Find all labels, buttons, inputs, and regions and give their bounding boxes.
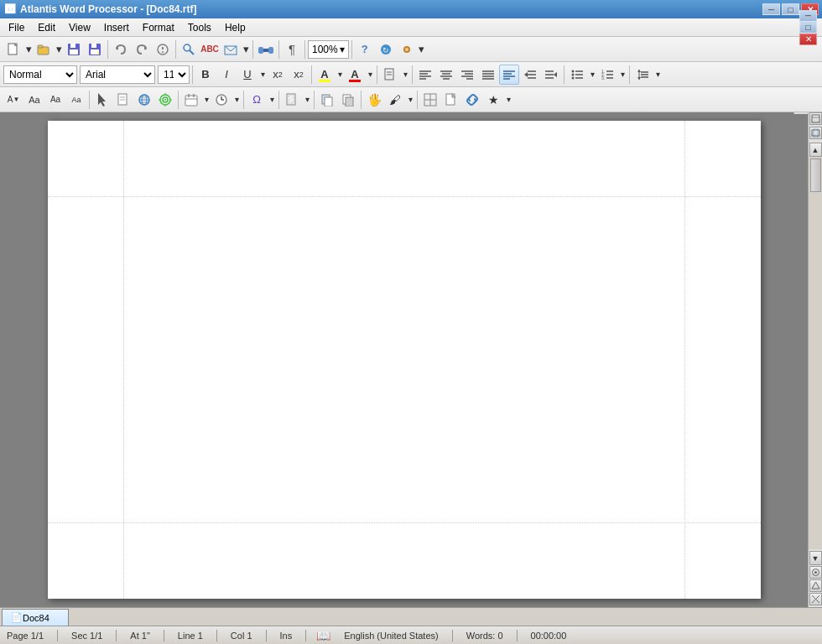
- inner-close-button[interactable]: ✕: [799, 34, 817, 45]
- clock-dropdown[interactable]: ▾: [232, 90, 241, 110]
- more-dropdown[interactable]: ▾: [504, 90, 512, 110]
- menu-help[interactable]: Help: [218, 20, 252, 35]
- pan-button[interactable]: 🖐: [364, 90, 384, 110]
- document-editor[interactable]: [123, 196, 685, 523]
- clock-button[interactable]: [211, 90, 232, 110]
- italic-button[interactable]: I: [216, 65, 237, 85]
- underline-dropdown[interactable]: ▾: [258, 65, 267, 85]
- undo-button[interactable]: [111, 39, 131, 60]
- vertical-scrollbar[interactable]: ▲ ▼: [808, 112, 822, 607]
- paintbrush-button[interactable]: 🖌: [385, 90, 405, 110]
- maximize-button[interactable]: □: [782, 3, 799, 15]
- calendar-dropdown[interactable]: ▾: [202, 90, 211, 110]
- redo-button[interactable]: [132, 39, 152, 60]
- settings-button[interactable]: [397, 39, 417, 60]
- align-left2-button[interactable]: [499, 65, 519, 85]
- document-page[interactable]: [48, 121, 761, 599]
- font-smaller-button[interactable]: A▼: [3, 90, 23, 110]
- calendar-button[interactable]: [181, 90, 201, 110]
- page-button[interactable]: [113, 90, 133, 110]
- tab-doc84[interactable]: 📄 Doc84: [2, 609, 69, 626]
- page-nav-dropdown[interactable]: ▾: [303, 90, 311, 110]
- table-button[interactable]: [420, 90, 440, 110]
- superscript-button[interactable]: x2: [268, 65, 288, 85]
- email-button[interactable]: [221, 39, 241, 60]
- cursor-button[interactable]: [92, 90, 112, 110]
- link-button[interactable]: [462, 90, 482, 110]
- font-selector[interactable]: Arial: [80, 65, 155, 84]
- menu-format[interactable]: Format: [136, 20, 181, 35]
- scroll-up-button[interactable]: ▲: [809, 143, 822, 157]
- menu-tools[interactable]: Tools: [181, 20, 218, 35]
- subscript-button[interactable]: x2: [289, 65, 309, 85]
- font-color-dropdown[interactable]: ▾: [366, 65, 374, 85]
- copy-format-button[interactable]: [317, 90, 337, 110]
- bold-button[interactable]: B: [195, 65, 216, 85]
- page-setup-dropdown[interactable]: ▾: [401, 65, 409, 85]
- email-dropdown-button[interactable]: ▾: [242, 39, 250, 60]
- page-setup-button[interactable]: [380, 65, 400, 85]
- menu-view[interactable]: View: [62, 20, 97, 35]
- scroll-icon5[interactable]: [809, 593, 822, 605]
- scroll-icon2[interactable]: [809, 127, 822, 139]
- zoom-dropdown-icon[interactable]: ▾: [340, 44, 345, 55]
- menu-file[interactable]: File: [2, 20, 31, 35]
- font-size-down-button[interactable]: Aa: [45, 90, 65, 110]
- more-button[interactable]: ★: [483, 90, 503, 110]
- indent-decrease-button[interactable]: [520, 65, 540, 85]
- open-dropdown-button[interactable]: ▾: [55, 39, 63, 60]
- action-button[interactable]: [153, 39, 173, 60]
- save-as-button[interactable]: +: [85, 39, 105, 60]
- ordered-list-button[interactable]: 1.2.3.: [597, 65, 617, 85]
- scroll-down-button[interactable]: ▼: [809, 551, 822, 565]
- ordered-list-dropdown[interactable]: ▾: [618, 65, 627, 85]
- highlight-button[interactable]: A: [315, 65, 335, 85]
- scroll-icon3[interactable]: [809, 566, 822, 579]
- new-dropdown-button[interactable]: ▾: [24, 39, 33, 60]
- globe-button[interactable]: [134, 90, 154, 110]
- inner-minimize-button[interactable]: ─: [799, 10, 817, 22]
- inner-maximize-button[interactable]: □: [799, 22, 817, 34]
- scroll-thumb[interactable]: [810, 158, 821, 192]
- find2-button[interactable]: [256, 39, 276, 60]
- settings-dropdown-button[interactable]: ▾: [418, 39, 426, 60]
- save-button[interactable]: [64, 39, 84, 60]
- font-size-selector[interactable]: 11: [158, 65, 190, 84]
- new-button[interactable]: [3, 39, 23, 60]
- underline-button[interactable]: U: [237, 65, 258, 85]
- scroll-icon1[interactable]: [809, 112, 822, 125]
- formatting-marks-button[interactable]: ¶: [282, 39, 302, 60]
- zoom-control[interactable]: 100% ▾: [308, 40, 349, 59]
- align-right-button[interactable]: [457, 65, 477, 85]
- page-nav1-button[interactable]: [282, 90, 302, 110]
- minimize-button[interactable]: ─: [762, 3, 780, 15]
- style-selector[interactable]: Normal: [3, 65, 77, 84]
- doc-button2[interactable]: [441, 90, 461, 110]
- open-button[interactable]: [34, 39, 54, 60]
- document-area[interactable]: [0, 112, 808, 607]
- target-button[interactable]: [155, 90, 175, 110]
- menu-insert[interactable]: Insert: [97, 20, 136, 35]
- justify-button[interactable]: [478, 65, 498, 85]
- menu-edit[interactable]: Edit: [31, 20, 62, 35]
- paste-format-button[interactable]: [338, 90, 358, 110]
- special-chars-dropdown[interactable]: ▾: [268, 90, 276, 110]
- align-left-button[interactable]: [415, 65, 435, 85]
- find-button[interactable]: [179, 39, 199, 60]
- font-size-change-button[interactable]: Aa: [66, 90, 86, 110]
- font-size-up-button[interactable]: Aa: [24, 90, 44, 110]
- font-color-button[interactable]: A: [345, 65, 365, 85]
- unordered-list-button[interactable]: [567, 65, 587, 85]
- spellcheck-button[interactable]: ABC: [200, 39, 220, 60]
- list-dropdown[interactable]: ▾: [588, 65, 596, 85]
- align-center-button[interactable]: [436, 65, 456, 85]
- line-spacing-dropdown[interactable]: ▾: [653, 65, 662, 85]
- highlight-dropdown[interactable]: ▾: [336, 65, 344, 85]
- line-spacing-button[interactable]: [632, 65, 653, 85]
- special-chars-button[interactable]: Ω: [247, 90, 267, 110]
- update-button[interactable]: ↻: [376, 39, 396, 60]
- indent-increase-button[interactable]: [541, 65, 561, 85]
- paintbrush-dropdown[interactable]: ▾: [406, 90, 414, 110]
- help-button[interactable]: ?: [355, 39, 375, 60]
- scroll-track[interactable]: [809, 157, 822, 549]
